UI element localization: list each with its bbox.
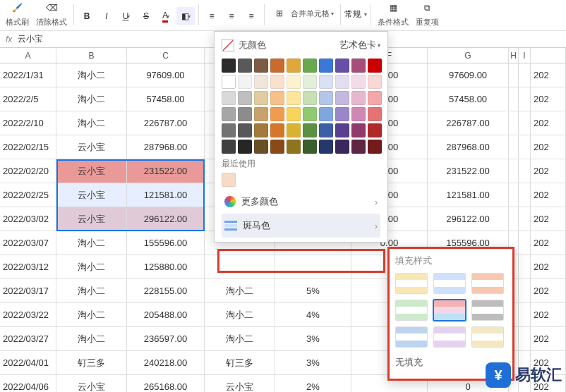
cell[interactable]: 2022/02/25 [0, 183, 56, 207]
cell[interactable]: 202 [531, 231, 566, 255]
cell[interactable]: 202 [531, 183, 566, 207]
cell[interactable] [519, 87, 531, 111]
cell[interactable] [519, 279, 531, 303]
cell[interactable] [509, 159, 519, 183]
cell[interactable]: 2022/04/06 [0, 375, 56, 392]
cell[interactable]: 2022/03/27 [0, 327, 56, 351]
color-swatch[interactable] [303, 107, 317, 121]
color-swatch[interactable] [303, 59, 317, 73]
cell[interactable] [275, 255, 351, 279]
color-swatch[interactable] [238, 123, 252, 137]
cell[interactable]: 3% [275, 351, 351, 375]
cell[interactable]: 云小宝 [56, 159, 127, 183]
cell[interactable] [519, 231, 531, 255]
cell[interactable]: 淘小二 [56, 327, 127, 351]
color-swatch[interactable] [351, 140, 366, 154]
color-swatch[interactable] [287, 91, 301, 105]
color-swatch[interactable] [319, 91, 333, 105]
cell[interactable]: 202 [531, 279, 566, 303]
fill-style-option[interactable] [471, 300, 504, 321]
cell[interactable]: 淘小二 [205, 303, 275, 327]
cell[interactable]: 265168.00 [127, 375, 205, 392]
cell[interactable]: 57458.00 [127, 87, 205, 111]
cell[interactable]: 云小宝 [56, 183, 127, 207]
cell[interactable]: 2022/2/10 [0, 111, 56, 135]
color-swatch[interactable] [270, 140, 284, 154]
cell[interactable] [509, 63, 519, 87]
duplicates-group[interactable]: ⧉ 重复项 [413, 0, 442, 27]
cell[interactable]: 202 [531, 111, 566, 135]
color-swatch[interactable] [319, 140, 333, 154]
color-swatch[interactable] [254, 123, 268, 137]
color-swatch[interactable] [368, 59, 382, 73]
cell[interactable]: 2022/03/02 [0, 207, 56, 231]
no-color-option[interactable]: 无颜色 [222, 39, 266, 51]
formula-bar-value[interactable]: 云小宝 [18, 33, 43, 45]
cell[interactable]: 淘小二 [56, 87, 127, 111]
cell[interactable]: 287968.00 [127, 135, 205, 159]
color-swatch[interactable] [368, 75, 382, 89]
cell[interactable]: 236597.00 [127, 327, 205, 351]
color-swatch[interactable] [287, 123, 301, 137]
color-swatch[interactable] [222, 140, 236, 154]
cell[interactable] [509, 183, 519, 207]
cell[interactable] [519, 63, 531, 87]
zebra-fill-item[interactable]: 斑马色 › [222, 214, 380, 238]
cell[interactable] [519, 303, 531, 327]
fill-style-option[interactable] [471, 326, 504, 348]
fill-style-option[interactable] [433, 300, 466, 321]
format-painter-group[interactable]: 🖌️ 格式刷 [3, 0, 32, 27]
cell[interactable] [205, 255, 275, 279]
fill-style-option[interactable] [471, 273, 504, 294]
fill-style-option[interactable] [395, 326, 428, 348]
color-swatch[interactable] [270, 107, 284, 121]
color-swatch[interactable] [270, 91, 284, 105]
cell[interactable]: 淘小二 [56, 303, 127, 327]
recent-color-swatch[interactable] [222, 173, 236, 187]
cell[interactable]: 202 [531, 135, 566, 159]
cell[interactable]: 202 [531, 87, 566, 111]
cell[interactable]: 2022/1/31 [0, 63, 56, 87]
cell[interactable]: 231522.00 [428, 159, 509, 183]
cell[interactable]: 淘小二 [56, 279, 127, 303]
color-swatch[interactable] [222, 75, 236, 89]
cell[interactable]: 云小宝 [56, 135, 127, 159]
color-swatch[interactable] [222, 91, 236, 105]
strike-button[interactable]: S [137, 7, 155, 25]
column-header[interactable]: B [56, 48, 127, 63]
color-swatch[interactable] [319, 75, 333, 89]
color-swatch[interactable] [303, 140, 317, 154]
cell[interactable]: 121581.00 [428, 183, 509, 207]
cell[interactable]: 2022/03/07 [0, 231, 56, 255]
cell[interactable] [519, 207, 531, 231]
cell[interactable] [509, 135, 519, 159]
cell[interactable]: 202 [531, 255, 566, 279]
cell[interactable]: 钉三多 [56, 351, 127, 375]
merge-cells-group[interactable]: ⊞ 合并单元格 ▾ [268, 6, 337, 21]
cell[interactable]: 淘小二 [56, 63, 127, 87]
cell[interactable] [509, 207, 519, 231]
align-left-button[interactable]: ≡ [203, 7, 221, 25]
align-right-button[interactable]: ≡ [242, 7, 260, 25]
fill-style-option[interactable] [395, 300, 428, 321]
cell[interactable]: 2022/03/12 [0, 255, 56, 279]
column-header[interactable] [531, 48, 566, 63]
cell[interactable]: 202 [531, 303, 566, 327]
color-swatch[interactable] [287, 107, 301, 121]
color-swatch[interactable] [303, 91, 317, 105]
fill-style-option[interactable] [433, 273, 466, 294]
color-swatch[interactable] [351, 75, 366, 89]
cell[interactable]: 淘小二 [56, 255, 127, 279]
color-swatch[interactable] [335, 140, 349, 154]
cell[interactable] [519, 135, 531, 159]
cell[interactable]: 226787.00 [127, 111, 205, 135]
align-center-button[interactable]: ≡ [222, 7, 241, 25]
cell[interactable]: 3% [275, 327, 351, 351]
cell[interactable] [519, 183, 531, 207]
column-header[interactable]: H [509, 48, 519, 63]
cell[interactable]: 202 [531, 207, 566, 231]
color-swatch[interactable] [335, 107, 349, 121]
fill-style-option[interactable] [395, 273, 428, 294]
cell[interactable]: 2022/03/22 [0, 303, 56, 327]
cell[interactable] [509, 87, 519, 111]
